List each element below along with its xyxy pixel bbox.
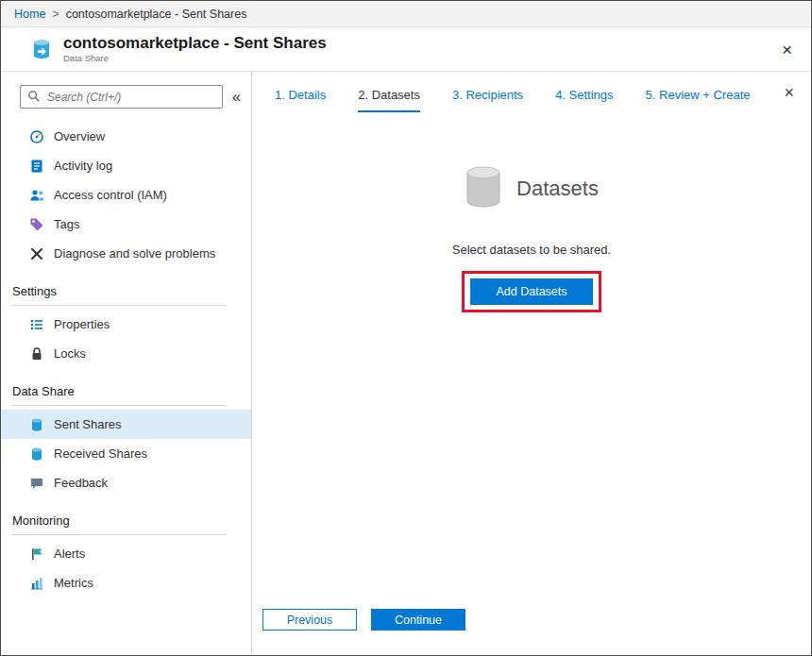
page-header: contosomarketplace - Sent Shares Data Sh… bbox=[1, 27, 811, 72]
activity-log-icon bbox=[29, 159, 44, 174]
sidebar-item-label: Alerts bbox=[54, 547, 85, 561]
sidebar-item-overview[interactable]: Overview bbox=[1, 122, 251, 151]
sidebar-item-label: Diagnose and solve problems bbox=[54, 246, 215, 261]
datasets-header: Datasets bbox=[465, 165, 599, 212]
tab-recipients[interactable]: 3. Recipients bbox=[452, 88, 523, 112]
sidebar-item-label: Overview bbox=[54, 129, 105, 143]
sidebar-item-locks[interactable]: Locks bbox=[1, 339, 251, 368]
sidebar-item-label: Activity log bbox=[54, 159, 112, 173]
sidebar-group-settings: Settings bbox=[12, 268, 227, 306]
feedback-icon bbox=[29, 476, 44, 491]
previous-button[interactable]: Previous bbox=[262, 609, 357, 631]
sidebar-item-properties[interactable]: Properties bbox=[1, 310, 251, 339]
alerts-icon bbox=[29, 547, 44, 562]
tab-datasets[interactable]: 2. Datasets bbox=[358, 88, 420, 112]
sidebar-group-data-share: Data Share bbox=[12, 368, 227, 406]
database-cylinder-icon bbox=[465, 165, 502, 212]
close-wizard-icon[interactable]: × bbox=[780, 84, 798, 101]
search-wrap bbox=[20, 85, 223, 109]
sidebar-item-alerts[interactable]: Alerts bbox=[1, 539, 251, 568]
page-subtitle: Data Share bbox=[63, 54, 327, 64]
body-row: « Overview bbox=[1, 72, 811, 655]
received-shares-icon bbox=[29, 446, 44, 462]
data-share-resource-icon bbox=[29, 37, 54, 61]
sidebar-item-metrics[interactable]: Metrics bbox=[1, 568, 251, 597]
sidebar-search-row: « bbox=[1, 85, 251, 109]
header-text: contosomarketplace - Sent Shares Data Sh… bbox=[63, 34, 327, 63]
sidebar-item-label: Properties bbox=[54, 317, 110, 331]
sidebar-item-label: Feedback bbox=[54, 476, 108, 490]
sidebar-item-label: Tags bbox=[54, 217, 79, 231]
sidebar-item-label: Received Shares bbox=[54, 446, 147, 461]
sidebar-item-tags[interactable]: Tags bbox=[1, 210, 251, 239]
sidebar-item-activity-log[interactable]: Activity log bbox=[1, 151, 251, 180]
breadcrumb-home-link[interactable]: Home bbox=[14, 8, 45, 21]
sent-shares-icon bbox=[29, 417, 44, 432]
breadcrumb-separator: > bbox=[52, 8, 59, 21]
datasets-description: Select datasets to be shared. bbox=[452, 243, 611, 257]
resource-menu-sidebar: « Overview bbox=[1, 72, 252, 655]
datasets-title: Datasets bbox=[516, 177, 599, 201]
tab-details[interactable]: 1. Details bbox=[275, 88, 326, 112]
datasets-step-content: Datasets Select datasets to be shared. A… bbox=[252, 112, 811, 609]
tab-settings[interactable]: 4. Settings bbox=[555, 88, 613, 112]
tab-review-create[interactable]: 5. Review + Create bbox=[646, 88, 751, 112]
sidebar-item-diagnose[interactable]: Diagnose and solve problems bbox=[1, 239, 251, 268]
sidebar-item-feedback[interactable]: Feedback bbox=[1, 468, 251, 497]
overview-icon bbox=[29, 129, 44, 144]
highlight-box: Add Datasets bbox=[462, 271, 601, 312]
search-icon bbox=[27, 90, 41, 107]
tags-icon bbox=[29, 217, 44, 232]
sidebar-item-sent-shares[interactable]: Sent Shares bbox=[1, 410, 251, 439]
azure-portal-window: Home > contosomarketplace - Sent Shares … bbox=[0, 0, 812, 656]
collapse-sidebar-icon[interactable]: « bbox=[229, 89, 244, 106]
sidebar-item-received-shares[interactable]: Received Shares bbox=[1, 439, 251, 468]
metrics-icon bbox=[29, 576, 44, 591]
wizard-tabs: 1. Details 2. Datasets 3. Recipients 4. … bbox=[252, 72, 811, 112]
locks-icon bbox=[29, 346, 44, 362]
page-title: contosomarketplace - Sent Shares bbox=[63, 34, 327, 53]
properties-icon bbox=[29, 317, 44, 332]
diagnose-icon bbox=[29, 246, 44, 261]
sidebar-item-label: Sent Shares bbox=[54, 417, 122, 431]
continue-button[interactable]: Continue bbox=[371, 609, 465, 631]
resource-menu: Overview Activity log bbox=[1, 122, 251, 597]
sidebar-group-monitoring: Monitoring bbox=[12, 497, 227, 535]
add-datasets-button[interactable]: Add Datasets bbox=[470, 278, 592, 305]
access-control-icon bbox=[29, 188, 44, 203]
close-blade-icon[interactable]: × bbox=[778, 41, 796, 59]
sidebar-item-label: Locks bbox=[54, 346, 86, 361]
sidebar-item-access-control[interactable]: Access control (IAM) bbox=[1, 180, 251, 210]
breadcrumb-current: contosomarketplace - Sent Shares bbox=[66, 8, 247, 21]
send-share-wizard: 1. Details 2. Datasets 3. Recipients 4. … bbox=[252, 72, 811, 655]
sidebar-item-label: Access control (IAM) bbox=[54, 188, 167, 202]
breadcrumb: Home > contosomarketplace - Sent Shares bbox=[1, 1, 811, 27]
sidebar-item-label: Metrics bbox=[54, 576, 93, 590]
search-input[interactable] bbox=[20, 85, 223, 109]
wizard-footer: Previous Continue bbox=[252, 609, 811, 655]
